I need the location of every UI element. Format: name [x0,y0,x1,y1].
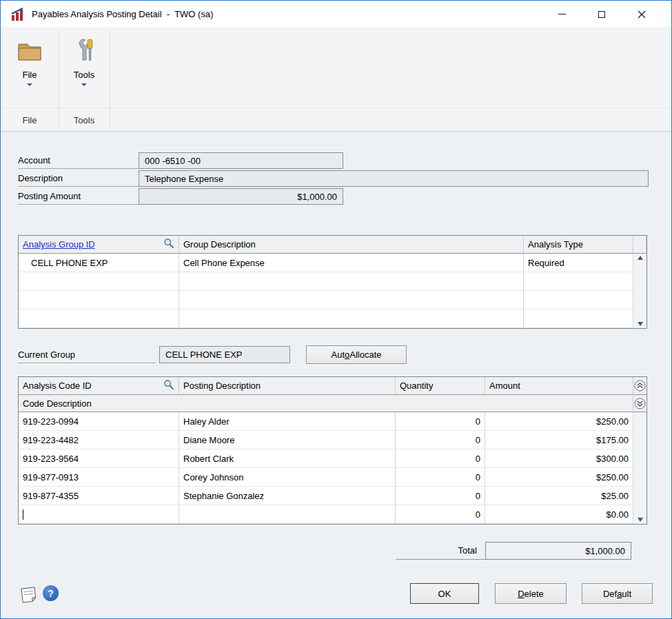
empty-cell[interactable] [524,291,633,310]
code-cell[interactable]: 919-223-0994 [19,412,179,431]
total-amount: $1,000.00 [485,542,631,560]
scroll-down-icon[interactable] [638,322,643,326]
analysis-group-grid: Analysis Group ID Group Description Anal… [18,235,647,329]
description-cell[interactable]: Robert Clark [179,449,396,468]
ribbon-group-tools: Tools Tools [59,28,110,132]
code-cell[interactable]: 919-877-0913 [19,468,179,487]
window-title: Payables Analysis Posting Detail - TWO (… [32,9,213,19]
analysis-type-header: Analysis Type [524,236,633,254]
group-description-cell[interactable]: Cell Phone Expense [179,254,524,272]
help-button[interactable]: ? [43,585,59,601]
quantity-cell[interactable]: 0 [396,468,485,487]
button-label: OK [438,589,451,599]
question-mark-icon: ? [48,588,54,599]
code-cell[interactable]: 919-223-9564 [19,449,179,468]
minimize-button[interactable] [542,1,582,28]
maximize-button[interactable] [582,1,622,28]
amount-cell[interactable]: $25.00 [485,487,633,505]
empty-cell[interactable] [179,272,524,291]
lookup-magnifier-icon[interactable] [163,238,174,251]
chevrons-down-icon [634,398,646,409]
total-label: Total [396,542,485,560]
description-cell[interactable] [179,505,396,524]
tools-menu-button[interactable]: Tools [59,28,110,86]
scroll-up-icon[interactable] [638,256,643,260]
header-label: Analysis Type [528,239,583,250]
description-cell[interactable]: Stephanie Gonzalez [179,487,396,505]
code-cell-editing[interactable] [19,505,179,524]
ribbon-group-file: File File [1,28,59,132]
collapse-all-button[interactable] [633,395,646,412]
description-label: Description [18,170,139,187]
ribbon-separator [59,32,59,128]
description-cell[interactable]: Haley Alder [179,412,396,431]
header-label: Group Description [183,239,256,250]
quantity-cell[interactable]: 0 [396,505,485,524]
header-label: Posting Description [183,380,261,391]
quantity-cell[interactable]: 0 [396,449,485,468]
button-access-key: D [518,589,524,599]
close-button[interactable] [622,1,662,28]
description-field: Telephone Expense [139,170,649,187]
analysis-type-cell[interactable]: Required [524,254,633,272]
analysis-code-grid: Analysis Code ID Posting Description Qua… [18,376,647,525]
account-field[interactable]: 000 -6510 -00 [139,152,343,169]
empty-cell[interactable] [524,272,633,291]
minimize-icon [558,14,566,14]
titlebar: Payables Analysis Posting Detail - TWO (… [1,1,671,28]
window: Payables Analysis Posting Detail - TWO (… [0,0,672,619]
quantity-cell[interactable]: 0 [396,487,485,505]
amount-cell[interactable]: $175.00 [485,431,633,449]
scrollbar-corner [633,236,646,254]
button-access-key: o [345,349,349,360]
empty-cell[interactable] [179,310,524,328]
description-cell[interactable]: Diane Moore [179,431,396,449]
tools-group-caption: Tools [59,108,110,132]
default-button[interactable]: Default [582,583,653,604]
analysis-group-id-header: Analysis Group ID [19,236,179,254]
code-cell[interactable]: 919-877-4355 [19,487,179,505]
empty-cell[interactable] [19,272,179,291]
text-cursor [23,509,23,520]
ribbon: File File Tools Tools [1,28,671,132]
window-controls [542,1,662,28]
folder-icon [16,37,43,65]
file-menu-button[interactable]: File [1,28,59,86]
amount-header: Amount [485,377,633,395]
header-label: Analysis Code ID [23,380,92,391]
notepad-icon [19,585,39,605]
lookup-magnifier-icon[interactable] [163,379,174,392]
header-label: Amount [489,380,520,391]
ok-button[interactable]: OK [410,583,479,604]
analysis-code-id-header: Analysis Code ID [19,377,179,395]
expand-all-button[interactable] [633,377,646,395]
analysis-group-id-cell[interactable]: CELL PHONE EXP [19,254,179,272]
delete-button[interactable]: Delete [495,583,567,604]
button-label: Def [603,589,617,599]
header-label: Quantity [400,380,433,391]
group-grid-scrollbar[interactable] [633,254,646,328]
amount-cell[interactable]: $0.00 [485,505,633,524]
empty-cell[interactable] [19,310,179,328]
button-label: elete [525,589,544,599]
amount-cell[interactable]: $300.00 [485,449,633,468]
quantity-cell[interactable]: 0 [396,431,485,449]
auto-allocate-button[interactable]: Auto Allocate [306,345,407,364]
maximize-icon [598,11,605,18]
chevrons-up-icon [634,380,646,392]
amount-cell[interactable]: $250.00 [485,412,633,431]
wrench-screwdriver-icon [70,37,98,65]
analysis-group-id-link[interactable]: Analysis Group ID [23,239,95,250]
account-label: Account [18,152,139,169]
code-grid-scrollbar[interactable] [633,412,646,524]
code-cell[interactable]: 919-223-4482 [19,431,179,449]
empty-cell[interactable] [19,291,179,310]
empty-cell[interactable] [179,291,524,310]
quantity-cell[interactable]: 0 [396,412,485,431]
empty-cell[interactable] [524,310,633,328]
scroll-down-icon[interactable] [638,518,643,522]
amount-cell[interactable]: $250.00 [485,468,633,487]
description-cell[interactable]: Corey Johnson [179,468,396,487]
button-access-key: a [617,589,622,599]
note-button[interactable] [19,586,38,603]
